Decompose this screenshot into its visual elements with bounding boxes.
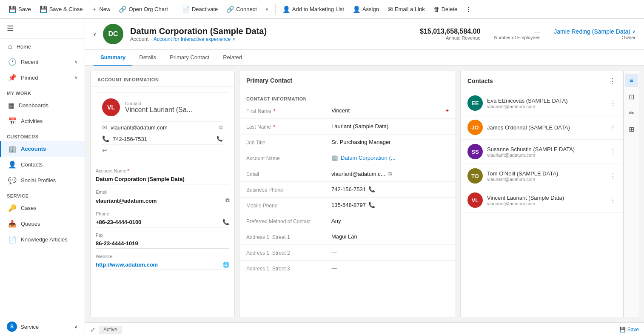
social-icon: 💬 (8, 176, 17, 184)
email-form-value: vlauriant@adatum.c... ⧉ (331, 170, 449, 177)
street1-value: Magui Lan (331, 233, 449, 240)
pin-icon: 📌 (8, 74, 17, 82)
contact-list-item-to: TO Tom O'Neill (SAMPLE DATA) vlauriant@a… (461, 164, 623, 188)
deactivate-button[interactable]: 📄 Deactivate (179, 4, 221, 15)
contact-info-ee: Eva Elznicovas (SAMPLE DATA) vlauriant@a… (487, 98, 605, 109)
phone-action-icon[interactable]: 📞 (222, 219, 229, 225)
contacts-panel-more-icon[interactable]: ⋮ (609, 76, 616, 86)
content: ‹ DC Datum Corporation (Sample Data) Acc… (85, 19, 644, 336)
connect-button[interactable]: 🔗 Connect (223, 4, 260, 15)
new-button[interactable]: ＋ New (88, 3, 114, 15)
business-phone-call-icon[interactable]: 📞 (368, 186, 375, 192)
contact-name-jo[interactable]: James O'donnal (SAMPLE DATA) (487, 124, 605, 131)
mobile-phone-call-icon[interactable]: 📞 (368, 202, 375, 208)
owner-link[interactable]: Jamie Reding (Sample Data) (554, 28, 630, 35)
contact-more-jo[interactable]: ⋮ (610, 123, 616, 132)
tab-summary[interactable]: Summary (94, 50, 132, 66)
sidebar-item-accounts[interactable]: 🏢 Accounts (0, 141, 85, 157)
fax-group: Fax 86-23-4444-1019 (96, 233, 229, 249)
contact-name-ee[interactable]: Eva Elznicovas (SAMPLE DATA) (487, 98, 605, 104)
service-section-label: Service (0, 188, 85, 200)
sidebar-item-activities[interactable]: 📅 Activities (0, 113, 85, 129)
contact-more-ee[interactable]: ⋮ (610, 99, 616, 107)
side-icon-card[interactable]: ⊡ (625, 90, 638, 103)
form-row-job-title: Job Title Sr. Purchasing Manager (239, 135, 456, 150)
email-label: Email (96, 190, 229, 195)
tab-primary-contact[interactable]: Primary Contact (163, 50, 216, 66)
contact-list-item-ss: SS Susanne Schustin (SAMPLE DATA) vlauri… (461, 140, 623, 164)
email-group: Email vlauriant@adatum.com ⧉ (96, 190, 229, 206)
side-icon-edit[interactable]: ✏ (625, 106, 638, 119)
record-subtitle: Account · Account for Interactive experi… (130, 36, 413, 42)
email-copy-icon[interactable]: ⧉ (219, 124, 223, 130)
street1-label: Address 1: Street 1 (246, 233, 331, 240)
status-save-icon: 💾 (619, 327, 626, 333)
delete-button[interactable]: 🗑 Delete (430, 4, 461, 14)
sidebar-item-home[interactable]: ⌂ Home (0, 39, 85, 54)
sidebar-item-cases[interactable]: 🔑 Cases (0, 200, 85, 216)
email-link-button[interactable]: ✉ Email a Link (384, 4, 428, 15)
account-name-label: Account Name (96, 168, 229, 173)
sidebar-item-recent[interactable]: 🕐 Recent ∨ (0, 54, 85, 70)
account-name-link[interactable]: Datum Corporation (... (341, 155, 396, 161)
sidebar-item-pinned[interactable]: 📌 Pinned ∨ (0, 70, 85, 86)
sidebar-item-knowledge[interactable]: 📄 Knowledge Articles (0, 232, 85, 247)
num-employees-value: --- (494, 29, 540, 35)
marketing-button[interactable]: 👤 Add to Marketing List (279, 4, 348, 15)
contact-email-vl: vlauriant@adatum.com (487, 201, 605, 206)
first-name-required-star: * (274, 108, 276, 114)
preferred-contact-value: Any (331, 218, 449, 224)
tab-details[interactable]: Details (132, 50, 163, 66)
sidebar-item-dashboards[interactable]: ▦ Dashboards (0, 98, 85, 113)
back-button[interactable]: ‹ (94, 30, 96, 39)
contact-label: Contact (125, 101, 192, 106)
tab-related[interactable]: Related (216, 50, 249, 66)
contact-more-ss[interactable]: ⋮ (610, 148, 616, 156)
contact-email-value: vlauriant@adatum.com (111, 124, 168, 131)
email-form-copy-icon[interactable]: ⧉ (388, 170, 392, 177)
form-row-preferred-contact: Preferred Method of Contact Any (239, 213, 456, 229)
record-breadcrumb2[interactable]: Account for Interactive experience (154, 36, 231, 42)
sidebar-footer[interactable]: S Service ∧ (0, 317, 85, 336)
record-title-area: Datum Corporation (Sample Data) Account … (130, 26, 413, 42)
save-icon: 💾 (9, 6, 17, 13)
side-icon-table[interactable]: ⊞ (625, 123, 638, 135)
sidebar-item-contacts[interactable]: 👤 Contacts (0, 157, 85, 172)
org-chart-button[interactable]: 🔗 Open Org Chart (115, 4, 171, 15)
form-row-last-name: Last Name * Lauriant (Sample Data) (239, 119, 456, 135)
connect-chevron-button[interactable]: ∨ (262, 5, 272, 13)
service-footer-icon: S (7, 322, 17, 332)
assign-button[interactable]: 👤 Assign (349, 4, 382, 15)
contact-name-to[interactable]: Tom O'Neill (SAMPLE DATA) (487, 170, 605, 177)
more-button[interactable]: ⋮ (462, 4, 475, 14)
pinned-chevron-icon: ∨ (74, 75, 78, 80)
save-button[interactable]: 💾 Save (5, 4, 34, 15)
status-badge: Active (99, 326, 122, 333)
breadcrumb-chevron-icon: ∨ (232, 37, 235, 41)
form-row-street1: Address 1: Street 1 Magui Lan (239, 229, 456, 245)
status-save-button[interactable]: 💾 Save (619, 327, 639, 333)
phone-call-icon[interactable]: 📞 (217, 136, 223, 142)
contact-more-vl[interactable]: ⋮ (610, 196, 616, 204)
contact-more-to[interactable]: ⋮ (610, 172, 616, 180)
website-action-icon[interactable]: 🌐 (222, 261, 229, 268)
separator2 (275, 4, 276, 14)
contact-name-vl[interactable]: Vincent Lauriant (Sample Data) (487, 195, 605, 201)
record-meta: $15,013,658,584.00 Annual Revenue --- Nu… (420, 28, 635, 40)
street2-label: Address 1: Street 2 (246, 249, 331, 256)
contact-info-ss: Susanne Schustin (SAMPLE DATA) vlauriant… (487, 146, 605, 158)
email-action-icon[interactable]: ⧉ (225, 197, 229, 204)
sidebar-item-social-profiles[interactable]: 💬 Social Profiles (0, 172, 85, 188)
contact-name-value[interactable]: Vincent Lauriant (Sa... (125, 106, 192, 114)
fax-value: 86-23-4444-1019 (96, 238, 229, 249)
contact-card: VL Contact Vincent Lauriant (Sa... ✉ vla… (96, 92, 229, 162)
contact-name-ss[interactable]: Susanne Schustin (SAMPLE DATA) (487, 146, 605, 152)
contact-email-ss: vlauriant@adatum.com (487, 152, 605, 158)
side-icon-list[interactable]: ≡ (625, 74, 638, 87)
expand-button[interactable]: ⤢ (90, 326, 95, 333)
sidebar-item-queues[interactable]: 📥 Queues (0, 216, 85, 232)
hamburger-icon[interactable]: ☰ (7, 24, 14, 33)
business-phone-value: 742-156-7531 📞 (331, 186, 449, 192)
record-header: ‹ DC Datum Corporation (Sample Data) Acc… (85, 19, 644, 50)
save-close-button[interactable]: 💾 Save & Close (36, 4, 86, 15)
